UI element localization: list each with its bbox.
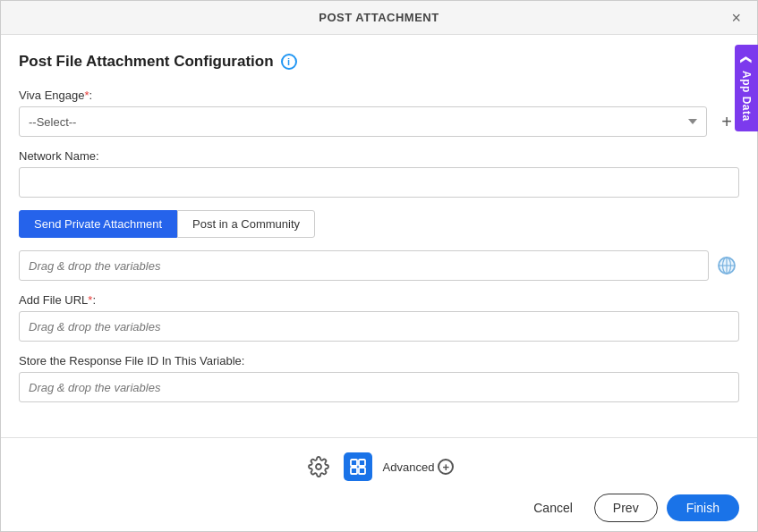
settings-icon [308,456,329,477]
add-file-url-label: Add File URL*: [19,293,739,307]
info-icon[interactable]: i [281,54,297,70]
advanced-label: Advanced [383,460,435,474]
globe-icon [717,256,737,275]
add-file-url-group: Add File URL*: [19,293,739,342]
modal-wrapper: POST ATTACHMENT × Post File Attachment C… [0,0,758,532]
app-data-tab[interactable]: ❮ App Data [735,45,758,131]
viva-engage-group: Viva Engage*: --Select-- + [19,89,739,137]
app-data-chevron: ❮ [740,55,753,65]
tab-post-community[interactable]: Post in a Community [177,210,315,238]
network-name-label: Network Name: [19,149,739,163]
tab-send-private[interactable]: Send Private Attachment [19,210,177,238]
prev-button[interactable]: Prev [594,494,658,522]
select-wrapper: --Select-- + [19,106,739,137]
advanced-button[interactable]: Advanced + [383,459,455,475]
svg-rect-6 [359,460,365,466]
network-name-group: Network Name: [19,149,739,198]
add-file-url-input[interactable] [19,311,739,342]
advanced-plus-icon: + [438,459,454,475]
post-community-drag-group [19,250,739,281]
tab-group: Send Private Attachment Post in a Commun… [19,210,739,238]
close-button[interactable]: × [726,8,746,28]
page-title-text: Post File Attachment Configuration [19,53,274,71]
page-title: Post File Attachment Configuration i [19,53,739,71]
modal: POST ATTACHMENT × Post File Attachment C… [0,0,758,532]
footer-tools: Advanced + [19,447,739,490]
app-data-label: App Data [740,71,753,122]
store-response-group: Store the Response File ID In This Varia… [19,354,739,402]
viva-engage-select[interactable]: --Select-- [19,106,707,137]
svg-rect-5 [351,460,357,466]
layout-icon [349,458,367,476]
settings-button[interactable] [304,452,333,481]
modal-header: POST ATTACHMENT × [1,1,757,35]
modal-footer: Advanced + Cancel Prev Finish [1,437,757,531]
globe-button[interactable] [714,253,739,278]
modal-title: POST ATTACHMENT [319,11,439,24]
finish-button[interactable]: Finish [667,494,739,521]
modal-body: Post File Attachment Configuration i Viv… [1,35,757,437]
svg-point-4 [316,464,321,469]
cancel-button[interactable]: Cancel [521,494,585,521]
svg-rect-8 [359,468,365,474]
store-response-label: Store the Response File ID In This Varia… [19,354,739,367]
post-community-input[interactable] [19,250,709,281]
svg-rect-7 [351,468,357,474]
network-name-input[interactable] [19,167,739,198]
store-response-input[interactable] [19,372,739,402]
footer-actions: Cancel Prev Finish [19,490,739,522]
viva-engage-label: Viva Engage*: [19,89,739,102]
layout-button[interactable] [344,452,372,481]
